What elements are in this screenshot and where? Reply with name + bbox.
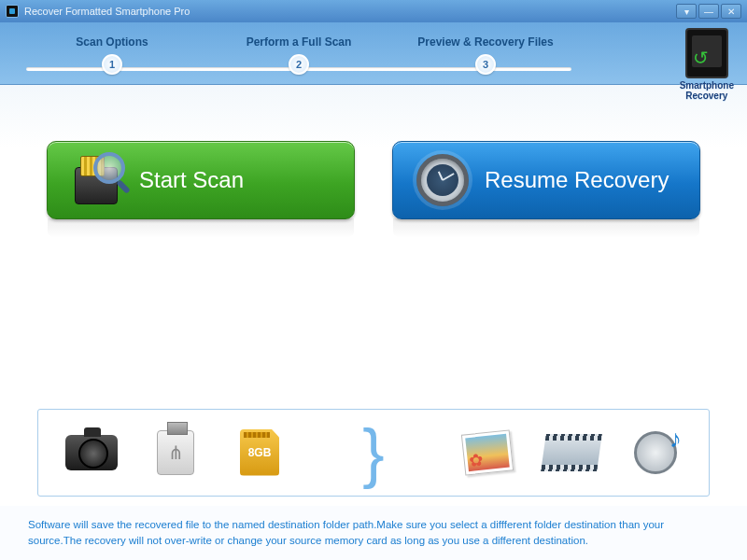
step-label: Preview & Recovery Files [392, 35, 579, 49]
app-title: Recover Formatted Smartphone Pro [24, 6, 190, 17]
brace-icon: } [362, 425, 384, 481]
app-icon [6, 5, 19, 18]
video-icon [543, 427, 600, 479]
main-content: Start Scan Resume Recovery 8GB } [0, 85, 747, 506]
resume-recovery-label: Resume Recovery [485, 167, 669, 193]
collapse-button[interactable]: ▾ [676, 4, 697, 19]
step-3: Preview & Recovery Files 3 [392, 35, 579, 75]
action-row: Start Scan Resume Recovery [37, 141, 710, 219]
resume-recovery-button[interactable]: Resume Recovery [392, 141, 700, 219]
scan-drive-icon [64, 147, 130, 213]
smartphone-icon [685, 28, 728, 78]
history-clock-icon [410, 147, 475, 213]
wizard-header: Scan Options 1 Perform a Full Scan 2 Pre… [0, 22, 747, 85]
sd-card-icon: 8GB [231, 427, 289, 479]
start-scan-label: Start Scan [139, 167, 244, 193]
close-button[interactable]: ✕ [721, 4, 741, 19]
audio-icon [627, 427, 684, 479]
step-label: Perform a Full Scan [205, 35, 392, 49]
source-devices: 8GB [63, 427, 289, 479]
file-types [458, 427, 684, 479]
titlebar: Recover Formatted Smartphone Pro ▾ — ✕ [0, 0, 747, 22]
step-label: Scan Options [19, 35, 205, 49]
brand-logo: Smartphone Recovery [680, 28, 734, 101]
start-scan-button[interactable]: Start Scan [47, 141, 355, 219]
usb-drive-icon [147, 427, 204, 479]
camera-icon [63, 427, 120, 479]
step-1: Scan Options 1 [19, 35, 205, 75]
minimize-button[interactable]: — [698, 4, 719, 19]
app-window: Recover Formatted Smartphone Pro ▾ — ✕ S… [0, 0, 747, 560]
footer-note: Software will save the recovered file to… [0, 506, 747, 561]
media-types-panel: 8GB } [37, 409, 710, 497]
wizard-steps: Scan Options 1 Perform a Full Scan 2 Pre… [19, 35, 579, 75]
photo-icon [458, 427, 516, 479]
step-2: Perform a Full Scan 2 [205, 35, 392, 75]
